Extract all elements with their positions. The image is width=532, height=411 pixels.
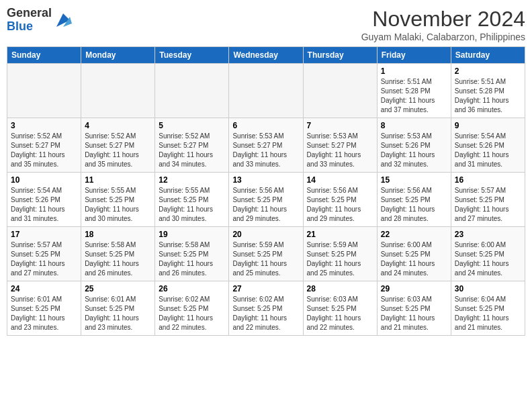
calendar-cell: 3Sunrise: 5:52 AMSunset: 5:27 PMDaylight… <box>7 118 81 173</box>
day-info: Sunrise: 5:51 AMSunset: 5:28 PMDaylight:… <box>381 77 447 115</box>
day-number: 14 <box>307 175 373 185</box>
day-info: Sunrise: 5:55 AMSunset: 5:25 PMDaylight:… <box>85 186 151 224</box>
calendar-cell: 24Sunrise: 6:01 AMSunset: 5:25 PMDayligh… <box>7 281 81 336</box>
calendar-cell: 2Sunrise: 5:51 AMSunset: 5:28 PMDaylight… <box>451 64 525 118</box>
day-info: Sunrise: 5:53 AMSunset: 5:26 PMDaylight:… <box>381 132 447 169</box>
calendar-cell: 12Sunrise: 5:55 AMSunset: 5:25 PMDayligh… <box>155 173 229 227</box>
day-info: Sunrise: 5:53 AMSunset: 5:27 PMDaylight:… <box>232 132 299 169</box>
day-info: Sunrise: 6:00 AMSunset: 5:25 PMDaylight:… <box>381 240 447 278</box>
calendar-cell: 7Sunrise: 5:53 AMSunset: 5:27 PMDaylight… <box>303 118 377 173</box>
day-number: 8 <box>381 121 447 130</box>
day-number: 19 <box>159 230 225 239</box>
calendar-week-row: 3Sunrise: 5:52 AMSunset: 5:27 PMDaylight… <box>7 118 525 173</box>
day-info: Sunrise: 6:02 AMSunset: 5:25 PMDaylight:… <box>232 295 299 332</box>
day-info: Sunrise: 5:52 AMSunset: 5:27 PMDaylight:… <box>159 132 225 169</box>
day-info: Sunrise: 5:52 AMSunset: 5:27 PMDaylight:… <box>85 132 151 169</box>
day-number: 23 <box>455 230 521 239</box>
calendar-week-row: 24Sunrise: 6:01 AMSunset: 5:25 PMDayligh… <box>7 281 525 336</box>
day-info: Sunrise: 5:57 AMSunset: 5:25 PMDaylight:… <box>11 240 77 278</box>
day-number: 10 <box>11 175 77 185</box>
day-info: Sunrise: 5:54 AMSunset: 5:26 PMDaylight:… <box>455 132 521 169</box>
col-header-sunday: Sunday <box>7 47 81 64</box>
day-info: Sunrise: 6:03 AMSunset: 5:25 PMDaylight:… <box>307 295 373 332</box>
day-number: 24 <box>11 284 77 293</box>
calendar-cell: 17Sunrise: 5:57 AMSunset: 5:25 PMDayligh… <box>7 227 81 281</box>
col-header-wednesday: Wednesday <box>229 47 303 64</box>
logo: General Blue <box>7 7 73 34</box>
calendar-cell <box>303 64 377 118</box>
day-info: Sunrise: 5:53 AMSunset: 5:27 PMDaylight:… <box>307 132 373 169</box>
day-number: 15 <box>381 175 447 185</box>
col-header-thursday: Thursday <box>303 47 377 64</box>
logo-icon <box>53 10 73 30</box>
day-number: 1 <box>381 66 447 76</box>
col-header-monday: Monday <box>81 47 155 64</box>
day-number: 13 <box>232 175 299 185</box>
day-info: Sunrise: 5:57 AMSunset: 5:25 PMDaylight:… <box>455 186 521 224</box>
calendar-week-row: 1Sunrise: 5:51 AMSunset: 5:28 PMDaylight… <box>7 64 525 118</box>
day-info: Sunrise: 5:58 AMSunset: 5:25 PMDaylight:… <box>85 240 151 278</box>
day-number: 22 <box>381 230 447 239</box>
calendar-cell: 28Sunrise: 6:03 AMSunset: 5:25 PMDayligh… <box>303 281 377 336</box>
calendar-cell <box>229 64 303 118</box>
day-number: 21 <box>307 230 373 239</box>
calendar-cell: 15Sunrise: 5:56 AMSunset: 5:25 PMDayligh… <box>377 173 451 227</box>
calendar-cell: 21Sunrise: 5:59 AMSunset: 5:25 PMDayligh… <box>303 227 377 281</box>
calendar-cell: 29Sunrise: 6:03 AMSunset: 5:25 PMDayligh… <box>377 281 451 336</box>
day-number: 28 <box>307 284 373 293</box>
calendar-cell: 9Sunrise: 5:54 AMSunset: 5:26 PMDaylight… <box>451 118 525 173</box>
day-number: 7 <box>307 121 373 130</box>
day-number: 9 <box>455 121 521 130</box>
day-info: Sunrise: 6:04 AMSunset: 5:25 PMDaylight:… <box>455 295 521 332</box>
location: Guyam Malaki, Calabarzon, Philippines <box>361 32 525 42</box>
calendar-cell: 4Sunrise: 5:52 AMSunset: 5:27 PMDaylight… <box>81 118 155 173</box>
title-section: November 2024 Guyam Malaki, Calabarzon, … <box>361 7 525 42</box>
calendar-header-row: SundayMondayTuesdayWednesdayThursdayFrid… <box>7 47 525 64</box>
logo-blue: Blue <box>7 19 33 33</box>
day-info: Sunrise: 5:56 AMSunset: 5:25 PMDaylight:… <box>232 186 299 224</box>
calendar-cell <box>7 64 81 118</box>
day-number: 20 <box>232 230 299 239</box>
day-info: Sunrise: 6:02 AMSunset: 5:25 PMDaylight:… <box>159 295 225 332</box>
day-number: 12 <box>159 175 225 185</box>
day-info: Sunrise: 5:51 AMSunset: 5:28 PMDaylight:… <box>455 77 521 115</box>
day-info: Sunrise: 5:56 AMSunset: 5:25 PMDaylight:… <box>307 186 373 224</box>
calendar-cell: 14Sunrise: 5:56 AMSunset: 5:25 PMDayligh… <box>303 173 377 227</box>
day-info: Sunrise: 5:59 AMSunset: 5:25 PMDaylight:… <box>232 240 299 278</box>
calendar-cell: 1Sunrise: 5:51 AMSunset: 5:28 PMDaylight… <box>377 64 451 118</box>
day-number: 11 <box>85 175 151 185</box>
day-number: 29 <box>381 284 447 293</box>
calendar-cell <box>155 64 229 118</box>
calendar-cell <box>81 64 155 118</box>
col-header-saturday: Saturday <box>451 47 525 64</box>
calendar-cell: 25Sunrise: 6:01 AMSunset: 5:25 PMDayligh… <box>81 281 155 336</box>
day-number: 16 <box>455 175 521 185</box>
calendar-cell: 26Sunrise: 6:02 AMSunset: 5:25 PMDayligh… <box>155 281 229 336</box>
logo-text: General Blue <box>7 7 52 34</box>
day-number: 6 <box>232 121 299 130</box>
calendar-cell: 23Sunrise: 6:00 AMSunset: 5:25 PMDayligh… <box>451 227 525 281</box>
calendar-cell: 27Sunrise: 6:02 AMSunset: 5:25 PMDayligh… <box>229 281 303 336</box>
day-info: Sunrise: 6:00 AMSunset: 5:25 PMDaylight:… <box>455 240 521 278</box>
calendar-table: SundayMondayTuesdayWednesdayThursdayFrid… <box>7 46 525 336</box>
col-header-tuesday: Tuesday <box>155 47 229 64</box>
day-number: 30 <box>455 284 521 293</box>
day-number: 26 <box>159 284 225 293</box>
calendar-cell: 18Sunrise: 5:58 AMSunset: 5:25 PMDayligh… <box>81 227 155 281</box>
month-title: November 2024 <box>361 7 525 32</box>
day-number: 17 <box>11 230 77 239</box>
day-number: 3 <box>11 121 77 130</box>
day-info: Sunrise: 6:01 AMSunset: 5:25 PMDaylight:… <box>11 295 77 332</box>
calendar-week-row: 10Sunrise: 5:54 AMSunset: 5:26 PMDayligh… <box>7 173 525 227</box>
day-info: Sunrise: 6:03 AMSunset: 5:25 PMDaylight:… <box>381 295 447 332</box>
calendar-cell: 6Sunrise: 5:53 AMSunset: 5:27 PMDaylight… <box>229 118 303 173</box>
day-number: 18 <box>85 230 151 239</box>
calendar-cell: 10Sunrise: 5:54 AMSunset: 5:26 PMDayligh… <box>7 173 81 227</box>
calendar-cell: 22Sunrise: 6:00 AMSunset: 5:25 PMDayligh… <box>377 227 451 281</box>
calendar-cell: 30Sunrise: 6:04 AMSunset: 5:25 PMDayligh… <box>451 281 525 336</box>
day-info: Sunrise: 5:52 AMSunset: 5:27 PMDaylight:… <box>11 132 77 169</box>
logo-general: General <box>7 6 52 19</box>
calendar-cell: 19Sunrise: 5:58 AMSunset: 5:25 PMDayligh… <box>155 227 229 281</box>
day-number: 4 <box>85 121 151 130</box>
calendar-cell: 5Sunrise: 5:52 AMSunset: 5:27 PMDaylight… <box>155 118 229 173</box>
